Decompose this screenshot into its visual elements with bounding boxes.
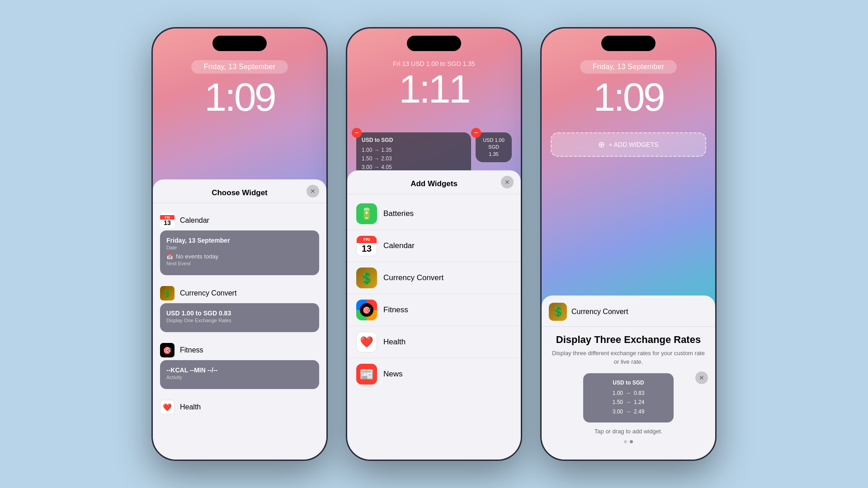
pagination-dots xyxy=(551,440,706,443)
currency-item[interactable]: 💲 Currency Convert xyxy=(347,262,521,294)
calendar-widget-title: Friday, 13 September xyxy=(166,237,313,244)
currency-app-row: 💲 Currency Convert xyxy=(160,282,319,303)
phone-1: Friday, 13 September 1:09 Choose Widget … xyxy=(151,27,328,461)
lock-time: 1:09 xyxy=(204,77,274,117)
news-icon: 📰 xyxy=(356,364,377,385)
widget-list: FRI 13 Calendar Friday, 13 September Dat… xyxy=(153,203,326,422)
lock-date-3: Friday, 13 September xyxy=(580,60,677,74)
add-widgets-list: 🔋 Batteries FRI 13 Calendar 💲 Currency C… xyxy=(347,194,521,394)
add-widgets-sheet: Add Widgets ✕ 🔋 Batteries FRI 13 Calenda… xyxy=(347,170,521,460)
small-widget-line2: SGD xyxy=(488,144,499,150)
add-icon: ⊕ xyxy=(598,140,605,150)
calendar-icon: FRI 13 xyxy=(160,213,175,228)
lock-widget-small-wrapper: − USD 1.00 SGD 1.35 xyxy=(476,132,512,177)
add-widgets-header: Add Widgets ✕ xyxy=(347,170,521,194)
lock-date: Friday, 13 September xyxy=(191,60,288,74)
fitness-icon: 🎯 xyxy=(160,343,175,357)
health-icon: ❤️ xyxy=(160,400,175,414)
calendar-small-icon: 📅 xyxy=(166,253,173,260)
small-widget-line3: 1.35 xyxy=(489,151,498,158)
detail-description: Display three different exchange rates f… xyxy=(551,349,706,366)
close-button[interactable]: ✕ xyxy=(307,185,319,197)
calendar-no-events: No events today xyxy=(176,253,218,260)
lock-widget-small: USD 1.00 SGD 1.35 xyxy=(476,132,512,162)
detail-title: Display Three Exchange Rates xyxy=(551,334,706,346)
currency-icon-large: 💲 xyxy=(356,267,377,288)
detail-widget-row-1: 1.00 → 0.83 xyxy=(590,389,666,398)
lock-screen-2: Fri 13 USD 1.00 to SGD 1.35 1:11 xyxy=(347,60,521,109)
lock-widget-area: − USD to SGD 1.00 → 1.35 1.50 → 2.03 3.0… xyxy=(356,132,512,177)
power-button-2[interactable] xyxy=(521,101,522,132)
lock-widget-big-wrapper: − USD to SGD 1.00 → 1.35 1.50 → 2.03 3.0… xyxy=(356,132,471,177)
add-widgets-title: Add Widgets xyxy=(410,179,458,188)
news-item[interactable]: 📰 News xyxy=(347,358,521,390)
dot-1 xyxy=(624,440,627,443)
calendar-item[interactable]: FRI 13 Calendar xyxy=(347,230,521,262)
currency-item-label: Currency Convert xyxy=(383,273,443,282)
add-widgets-btn-text: + ADD WIDGETS xyxy=(609,141,658,148)
calendar-app-row: FRI 13 Calendar xyxy=(160,209,319,230)
choose-widget-sheet: Choose Widget ✕ FRI 13 Calendar Friday, … xyxy=(153,179,326,460)
batteries-item[interactable]: 🔋 Batteries xyxy=(347,198,521,230)
detail-content: Display Three Exchange Rates Display thr… xyxy=(542,327,715,450)
fitness-widget-title: --KCAL --MIN --/-- xyxy=(166,366,313,374)
calendar-widget-subtitle: Date xyxy=(166,245,313,250)
remove-big-widget-btn[interactable]: − xyxy=(352,128,362,138)
health-item[interactable]: ❤️ Health xyxy=(347,326,521,358)
currency-icon: 💲 xyxy=(160,286,175,300)
detail-widget-row-2: 1.50 → 1.24 xyxy=(590,398,666,407)
phone-3: Friday, 13 September 1:09 ⊕ + ADD WIDGET… xyxy=(540,27,717,461)
batteries-label: Batteries xyxy=(383,209,414,218)
calendar-label: Calendar xyxy=(180,216,209,225)
fitness-widget-card[interactable]: --KCAL --MIN --/-- Activity xyxy=(160,360,319,389)
lock-time-3: 1:09 xyxy=(593,77,663,117)
phone-2: Fri 13 USD 1.00 to SGD 1.35 1:11 − USD t… xyxy=(346,27,522,461)
calendar-icon-large: FRI 13 xyxy=(356,235,377,256)
fitness-item[interactable]: 🎯 Fitness xyxy=(347,294,521,326)
health-item-label: Health xyxy=(383,338,406,347)
lock-widget-row-1: 1.00 → 1.35 xyxy=(362,146,466,155)
fitness-widget-subtitle: Activity xyxy=(166,375,313,380)
calendar-widget-detail: 📅 No events today xyxy=(166,253,313,260)
detail-panel: 💲 Currency Convert ✕ Display Three Excha… xyxy=(542,296,715,460)
detail-widget-preview-title: USD to SGD xyxy=(590,380,666,386)
health-app-row: ❤️ Health xyxy=(160,395,319,417)
health-icon-large: ❤️ xyxy=(356,332,377,352)
tap-hint: Tap or drag to add widget. xyxy=(551,428,706,435)
calendar-widget-card[interactable]: Friday, 13 September Date 📅 No events to… xyxy=(160,230,319,275)
calendar-item-label: Calendar xyxy=(383,241,415,250)
fitness-inner-icon: 🎯 xyxy=(360,303,373,317)
batteries-icon: 🔋 xyxy=(356,203,377,224)
currency-widget-subtitle: Display One Exchange Rates xyxy=(166,318,313,323)
dynamic-island-2 xyxy=(407,36,461,51)
currency-widget-title: USD 1.00 to SGD 0.83 xyxy=(166,310,313,317)
dynamic-island xyxy=(212,36,267,51)
power-button[interactable] xyxy=(326,101,328,132)
news-item-label: News xyxy=(383,370,403,379)
lock-screen-3: Friday, 13 September 1:09 xyxy=(542,60,715,117)
currency-widget-card[interactable]: USD 1.00 to SGD 0.83 Display One Exchang… xyxy=(160,303,319,332)
small-widget-line1: USD 1.00 xyxy=(483,137,505,144)
fitness-app-row: 🎯 Fitness xyxy=(160,338,319,360)
fitness-icon-large: 🎯 xyxy=(356,300,377,320)
fitness-label: Fitness xyxy=(180,346,203,354)
lock-widget-row-2: 1.50 → 2.03 xyxy=(362,155,466,163)
add-widgets-close-btn[interactable]: ✕ xyxy=(501,176,514,188)
detail-app-icon: 💲 xyxy=(549,303,567,321)
detail-panel-header: 💲 Currency Convert ✕ xyxy=(542,296,715,327)
detail-widget-preview: USD to SGD 1.00 → 0.83 1.50 → 1.24 3.00 … xyxy=(583,373,674,422)
detail-close-btn[interactable]: ✕ xyxy=(695,371,708,384)
power-button-3[interactable] xyxy=(715,101,717,132)
detail-app-info: 💲 Currency Convert xyxy=(549,303,628,321)
lock-widget-big-title: USD to SGD xyxy=(362,137,466,143)
fitness-item-label: Fitness xyxy=(383,305,408,314)
detail-app-name: Currency Convert xyxy=(571,308,628,316)
lock-time-2: 1:11 xyxy=(399,69,469,109)
detail-widget-row-3: 3.00 → 2.49 xyxy=(590,407,666,416)
lock-screen: Friday, 13 September 1:09 xyxy=(153,60,326,117)
add-widgets-button[interactable]: ⊕ + ADD WIDGETS xyxy=(551,132,706,157)
lock-widget-big: USD to SGD 1.00 → 1.35 1.50 → 2.03 3.00 … xyxy=(356,132,471,177)
remove-small-widget-btn[interactable]: − xyxy=(471,128,481,138)
dynamic-island-3 xyxy=(601,36,656,51)
sheet-header: Choose Widget ✕ xyxy=(153,179,326,203)
